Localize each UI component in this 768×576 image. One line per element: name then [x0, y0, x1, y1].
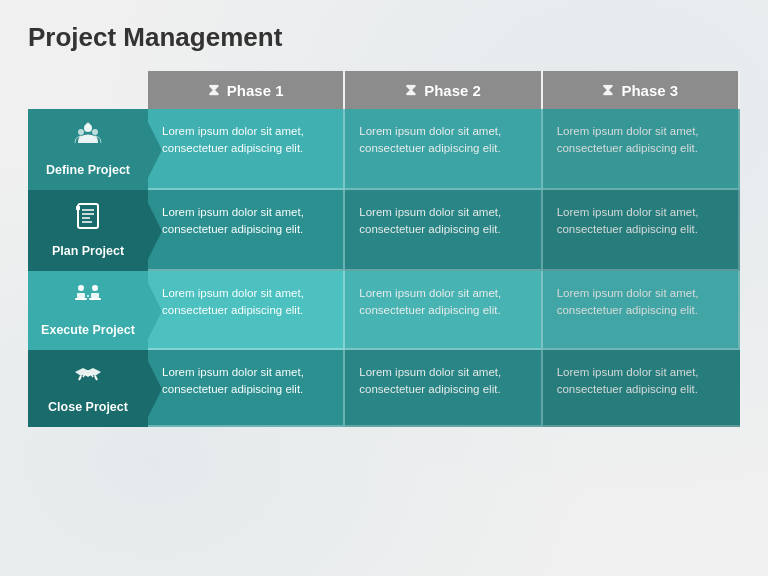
cell-close-3: Lorem ipsum dolor sit amet, consectetuer… — [543, 350, 740, 427]
cell-plan-1: Lorem ipsum dolor sit amet, consectetuer… — [148, 190, 345, 271]
svg-rect-13 — [75, 298, 87, 300]
cell-define-1: Lorem ipsum dolor sit amet, consectetuer… — [148, 109, 345, 190]
phase-3-header: ⧗ Phase 3 — [543, 71, 740, 109]
svg-point-11 — [78, 285, 84, 291]
row-label-close: Close Project — [28, 350, 148, 427]
svg-rect-12 — [77, 293, 85, 298]
hourglass-icon-1: ⧗ — [208, 81, 219, 99]
svg-rect-10 — [76, 206, 80, 210]
svg-rect-5 — [78, 204, 98, 228]
plan-label: Plan Project — [52, 244, 124, 259]
cell-define-2: Lorem ipsum dolor sit amet, consectetuer… — [345, 109, 542, 190]
page: Project Management ⧗ Phase 1 ⧗ Phase 2 ⧗… — [0, 0, 768, 576]
execute-label: Execute Project — [41, 323, 135, 338]
phase-2-header: ⧗ Phase 2 — [345, 71, 542, 109]
execute-icon — [73, 283, 103, 315]
svg-point-1 — [78, 129, 84, 135]
cell-execute-1: Lorem ipsum dolor sit amet, consectetuer… — [148, 271, 345, 350]
header-empty-cell — [28, 71, 148, 109]
define-label: Define Project — [46, 163, 130, 178]
cell-execute-2: Lorem ipsum dolor sit amet, consectetuer… — [345, 271, 542, 350]
hourglass-icon-2: ⧗ — [405, 81, 416, 99]
svg-rect-16 — [89, 298, 101, 300]
close-icon — [73, 362, 103, 392]
row-label-plan: Plan Project — [28, 190, 148, 271]
cell-close-1: Lorem ipsum dolor sit amet, consectetuer… — [148, 350, 345, 427]
phase-1-label: Phase 1 — [227, 82, 284, 99]
main-grid: ⧗ Phase 1 ⧗ Phase 2 ⧗ Phase 3 — [28, 71, 740, 427]
row-label-define: Define Project — [28, 109, 148, 190]
svg-rect-15 — [91, 293, 99, 298]
phase-1-header: ⧗ Phase 1 — [148, 71, 345, 109]
phase-2-label: Phase 2 — [424, 82, 481, 99]
close-label: Close Project — [48, 400, 128, 415]
page-title: Project Management — [28, 22, 740, 53]
hourglass-icon-3: ⧗ — [602, 81, 613, 99]
cell-plan-2: Lorem ipsum dolor sit amet, consectetuer… — [345, 190, 542, 271]
cell-define-3: Lorem ipsum dolor sit amet, consectetuer… — [543, 109, 740, 190]
cell-plan-3: Lorem ipsum dolor sit amet, consectetuer… — [543, 190, 740, 271]
row-label-execute: Execute Project — [28, 271, 148, 350]
cell-execute-3: Lorem ipsum dolor sit amet, consectetuer… — [543, 271, 740, 350]
define-icon — [74, 121, 102, 155]
cell-close-2: Lorem ipsum dolor sit amet, consectetuer… — [345, 350, 542, 427]
svg-point-2 — [92, 129, 98, 135]
plan-icon — [75, 202, 101, 236]
phase-3-label: Phase 3 — [621, 82, 678, 99]
svg-point-14 — [92, 285, 98, 291]
